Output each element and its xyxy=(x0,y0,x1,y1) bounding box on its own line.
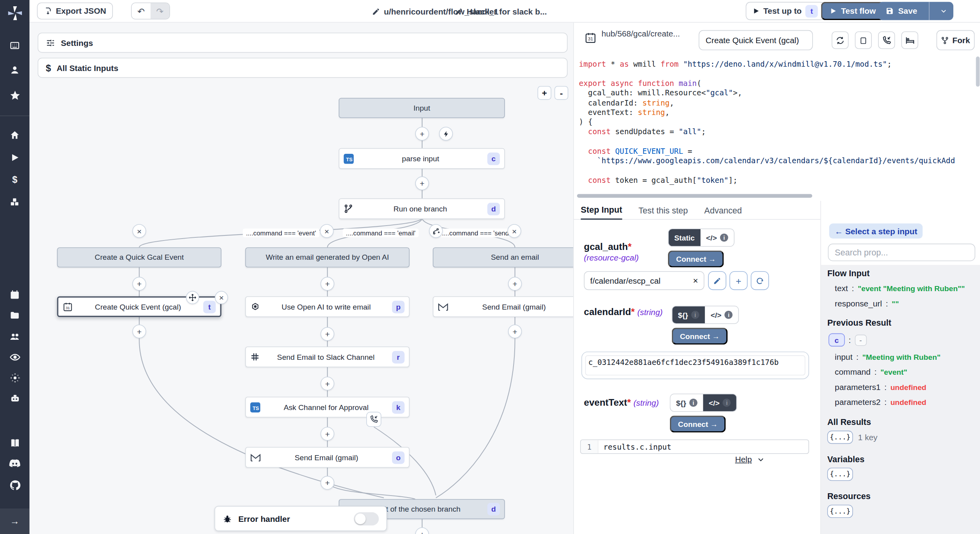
help-link[interactable]: Help xyxy=(735,454,752,464)
flow-node-input[interactable]: Input xyxy=(339,98,505,118)
expand-sidebar-icon[interactable]: → xyxy=(0,516,29,526)
calendarid-connect-button[interactable]: Connect → xyxy=(672,328,728,344)
audit-logs-icon[interactable] xyxy=(0,352,29,363)
export-json-button[interactable]: Export JSON xyxy=(37,2,113,19)
step-name-input[interactable] xyxy=(699,30,813,50)
save-dropdown-button[interactable] xyxy=(934,7,954,15)
edit-resource-button[interactable] xyxy=(708,271,726,290)
delete-branch-button[interactable]: × xyxy=(507,224,521,238)
user-icon[interactable] xyxy=(0,65,29,75)
code-vertical-scrollbar[interactable] xyxy=(976,56,980,87)
flow-summary[interactable]: Handler for slack b... xyxy=(455,0,547,23)
move-step-handle[interactable] xyxy=(186,291,199,304)
insert-step-button[interactable]: + xyxy=(132,277,146,291)
chevron-down-icon[interactable] xyxy=(757,456,764,463)
add-branch-button[interactable] xyxy=(429,224,443,238)
insert-step-button[interactable]: + xyxy=(508,277,522,291)
insert-step-button[interactable]: + xyxy=(321,327,334,341)
insert-step-button[interactable]: + xyxy=(321,377,334,390)
gcal-auth-connect-button[interactable]: Connect → xyxy=(668,250,724,267)
prop-row[interactable]: parameters2:undefined xyxy=(835,397,975,407)
clear-resource-icon[interactable]: × xyxy=(693,275,698,286)
discord-icon[interactable] xyxy=(0,459,29,468)
error-handler-bar[interactable]: Error handler xyxy=(214,506,387,531)
prop-row[interactable]: command:"event" xyxy=(835,367,975,377)
branch-condition-email[interactable]: ....command === 'email' xyxy=(343,228,419,237)
runs-icon[interactable] xyxy=(0,153,29,163)
refresh-resource-button[interactable] xyxy=(751,271,769,290)
workspace-icon[interactable] xyxy=(0,40,29,51)
flow-canvas[interactable]: Settings $ All Static Inputs + - Input +… xyxy=(29,23,574,534)
flow-node-send-email-mid[interactable]: Send Email (gmail) o xyxy=(245,447,410,468)
fork-button[interactable]: Fork xyxy=(936,30,975,50)
flow-node-run-one-branch[interactable]: Run one branch d xyxy=(339,199,505,219)
add-resource-button[interactable]: + xyxy=(730,271,748,290)
redo-button[interactable]: ↷ xyxy=(151,3,169,19)
variables-icon[interactable]: $ xyxy=(0,174,29,184)
branch-header-openai[interactable]: Write an email generated by Open AI xyxy=(245,247,410,267)
insert-step-button[interactable]: + xyxy=(132,324,146,338)
save-button[interactable]: Save xyxy=(878,6,925,16)
windmill-logo[interactable] xyxy=(0,5,29,22)
insert-step-button[interactable]: + xyxy=(508,324,522,338)
prop-row[interactable]: input:"Meeting with Ruben" xyxy=(835,352,975,362)
undo-button[interactable]: ↶ xyxy=(132,3,151,19)
branch-header-send[interactable]: Send an email xyxy=(433,247,575,267)
flow-node-send-email-right[interactable]: Send Email (gmail) o xyxy=(433,296,575,317)
insert-step-button[interactable]: + xyxy=(321,427,334,441)
sleep-button[interactable] xyxy=(901,31,918,49)
retries-button[interactable] xyxy=(832,31,849,49)
github-icon[interactable] xyxy=(0,479,29,491)
select-step-input-button[interactable]: ← Select a step input xyxy=(829,224,923,239)
branch-condition-event[interactable]: ....command === 'event' xyxy=(243,228,319,237)
prop-row[interactable]: text:"event "Meeting with Ruben"" xyxy=(835,284,975,293)
prop-row[interactable]: parameters1:undefined xyxy=(835,382,975,392)
workers-icon[interactable] xyxy=(0,393,29,405)
mode-template[interactable]: ${}i xyxy=(670,394,703,411)
folders-icon[interactable] xyxy=(0,310,29,321)
insert-step-button[interactable]: + xyxy=(321,476,334,490)
previous-step-badge[interactable]: c xyxy=(829,334,845,347)
settings-icon[interactable] xyxy=(0,372,29,384)
prop-row[interactable]: response_url:"" xyxy=(835,299,975,308)
insert-step-button[interactable]: + xyxy=(415,177,429,190)
code-horizontal-scrollbar[interactable] xyxy=(577,194,812,198)
error-handler-toggle[interactable] xyxy=(354,512,379,525)
mode-javascript[interactable]: </>i xyxy=(703,394,737,411)
tab-test-this-step[interactable]: Test this step xyxy=(639,201,688,220)
flow-node-ask-approval[interactable]: TS Ask Channel for Approval k xyxy=(245,397,410,417)
branch-condition-send[interactable]: ....command === 'send' xyxy=(439,228,513,237)
eventtext-connect-button[interactable]: Connect → xyxy=(670,416,726,432)
branch-header-gcal[interactable]: Create a Quick Gcal Event xyxy=(57,247,221,267)
delete-step-button[interactable]: × xyxy=(215,291,228,304)
code-editor[interactable]: import * as wmill from "https://deno.lan… xyxy=(574,56,975,196)
schedules-icon[interactable] xyxy=(0,290,29,300)
eventtext-expression-input[interactable]: 1 results.c.input xyxy=(580,439,809,454)
insert-step-button[interactable]: + xyxy=(321,277,334,291)
star-icon[interactable] xyxy=(0,90,29,101)
prop-search-input[interactable] xyxy=(828,244,975,261)
test-flow-button[interactable]: Test flow xyxy=(821,2,884,20)
groups-icon[interactable] xyxy=(0,331,29,342)
collapse-button[interactable]: - xyxy=(855,334,866,346)
mode-static[interactable]: Static xyxy=(669,229,701,246)
tab-advanced[interactable]: Advanced xyxy=(704,201,742,220)
flow-node-openai-email[interactable]: Use Open AI to write email p xyxy=(245,296,410,317)
mode-template[interactable]: ${}i xyxy=(672,306,705,323)
docs-icon[interactable] xyxy=(0,437,29,449)
delete-branch-button[interactable]: × xyxy=(132,224,146,238)
expand-object-button[interactable]: {...} xyxy=(827,468,853,481)
home-icon[interactable] xyxy=(0,130,29,140)
gcal-auth-resource-input[interactable]: f/calendar/escp_cal × xyxy=(584,271,704,290)
suspend-button[interactable] xyxy=(878,31,895,49)
flow-node-slack-channel[interactable]: Send Email to Slack Channel r xyxy=(245,346,410,367)
calendarid-value-input[interactable]: c_0312442e881ae6fcf1dec23f54916a389f1c17… xyxy=(581,352,809,379)
test-up-to-button[interactable]: Test up to t xyxy=(746,2,825,20)
hub-script-path[interactable]: hub/568/gcal/create... xyxy=(601,29,680,38)
mode-javascript[interactable]: </>i xyxy=(705,306,738,323)
expand-object-button[interactable]: {...} xyxy=(827,431,853,444)
trigger-button[interactable] xyxy=(439,127,453,140)
expand-object-button[interactable]: {...} xyxy=(827,505,853,518)
resources-icon[interactable] xyxy=(0,197,29,208)
mode-javascript[interactable]: </>i xyxy=(701,229,734,246)
